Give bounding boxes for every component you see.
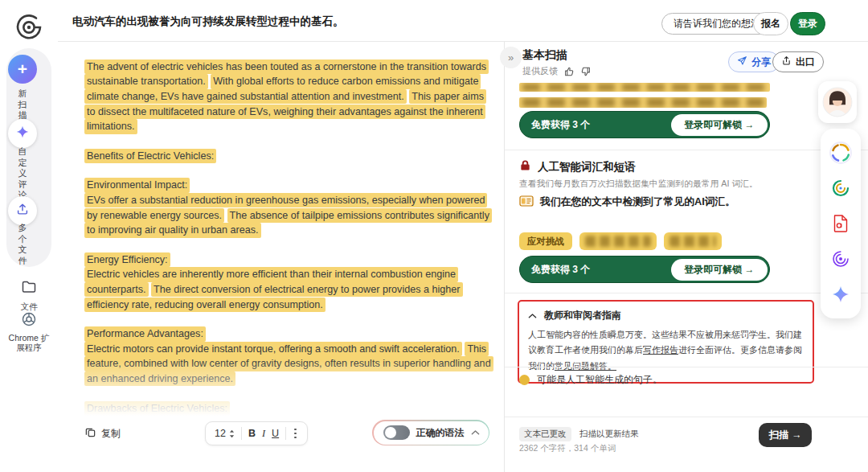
chrome-icon [21,311,37,330]
toolbar-divider [241,427,242,440]
plus-icon: + [18,60,27,79]
sparkle-star-icon[interactable] [829,283,852,306]
banner-offer-label: 免费获得 3 个 [531,263,590,277]
document-title: 电动汽车的出现被誉为向可持续发展转型过程中的基石。 [72,14,344,29]
chevron-up-icon[interactable] [528,310,537,322]
side-tools-panel [821,129,861,318]
yellow-dot-icon [519,375,530,385]
sidebar-item-label: 新扫描 [18,88,28,121]
grammar-toggle[interactable] [383,425,410,440]
blurred-vocab-tag [664,232,722,250]
text-block: Environmental Impact:EVs offer a substan… [84,179,494,238]
scan-results-panel: » 基本扫描 提供反馈 分享 [504,42,868,472]
text-changed-row: 文本已更改 扫描以更新结果 [519,425,638,441]
legend-text: 可能是人工智能生成的句子。 [537,373,662,387]
panel-divider [505,367,868,367]
grammar-control: 正确的语法 [372,420,489,445]
copy-button[interactable]: 复制 [84,426,121,441]
sidebar-item-label: 多个文件 [18,223,28,266]
sidebar-item-label: 自定义评论 [18,146,28,201]
folder-icon [21,279,37,298]
teacher-guide-title: 教师和审阅者指南 [544,309,621,322]
stepper-arrows-icon [229,429,235,438]
sparkle-icon [15,125,30,142]
login-button[interactable]: 登录 [790,12,825,35]
chevron-up-icon[interactable] [471,429,480,436]
export-button[interactable]: 出口 [772,51,824,72]
teacher-guide-box: 教师和审阅者指南 人工智能内容的性质瞬息万变。这些结果不应被用来惩罚学生。我们建… [518,300,814,384]
ai-vocab-subtitle: 查看我们每月数百万次扫描数据集中监测到的最常用 AI 词汇。 [519,179,758,190]
panel-divider [505,150,868,150]
gptzero-logo-icon[interactable] [14,12,44,43]
lock-icon [519,159,531,174]
text-block: The advent of electric vehicles has been… [84,60,494,134]
scan-score-ring-icon[interactable] [829,142,852,164]
left-sidebar: + 新扫描 自定义评论 多个文件 [0,0,58,472]
card-list-icon [519,195,534,209]
ai-sentence-legend: 可能是人工智能生成的句子。 [519,373,662,387]
blurred-result-line [519,83,770,92]
toolbar-divider [285,427,286,440]
panel-divider [505,293,868,293]
detection-row: 我们在您的文本中检测到了常见的AI词汇。 [519,195,735,209]
document-report-icon[interactable] [829,212,852,235]
rescan-hint: 扫描以更新结果 [579,429,639,438]
ai-vocab-title: 人工智能词汇和短语 [538,160,636,174]
footer-divider [505,417,868,417]
sidebar-item-label: 文件 [0,302,58,311]
export-label: 出口 [796,55,815,69]
detection-text: 我们在您的文本中检测到了常见的AI词汇。 [540,195,735,209]
more-options-button[interactable] [293,427,298,441]
custom-review-button[interactable] [8,119,37,148]
italic-button[interactable]: I [262,428,265,440]
new-scan-button[interactable]: + [8,55,37,84]
text-changed-badge: 文本已更改 [519,427,571,441]
text-block: Drawbacks of Electric Vehicles: [84,401,494,417]
sidebar-item-multiple-files[interactable]: 多个文件 [0,223,45,266]
sidebar-item-files[interactable]: 文件 [0,279,58,311]
editor-pane: The advent of electric vehicles has been… [58,42,504,472]
export-icon [781,55,792,68]
faq-link[interactable]: 常见问题解答。 [555,361,616,371]
sidebar-item-new-scan[interactable]: 新扫描 [0,88,45,121]
feedback-row: 提供反馈 [522,65,592,77]
assistant-avatar[interactable] [818,81,857,123]
text-block: Performance Advantages:Electric motors c… [84,326,494,386]
ai-vocab-tags: 应对挑战 [519,232,722,250]
underline-button[interactable]: U [272,428,279,439]
blurred-result-line [519,97,767,108]
vocab-tag: 应对挑战 [519,232,572,250]
font-size-stepper[interactable]: 12 [215,428,235,439]
copy-icon [84,426,96,441]
bold-button[interactable]: B [248,428,256,439]
sidebar-item-custom-review[interactable]: 自定义评论 [0,146,45,201]
panel-title: 基本扫描 [522,48,567,63]
login-unlock-button[interactable]: 登录即可解锁 → [671,259,767,281]
format-toolbar: 12 B I U [205,421,308,445]
share-label: 分享 [751,55,771,69]
paper-plane-icon [737,55,747,68]
upload-files-button[interactable] [8,196,37,225]
text-block: Energy Efficiency:Electric vehicles are … [84,252,494,312]
ai-vocab-header: 人工智能词汇和短语 [519,159,636,174]
upload-icon [15,202,30,220]
login-unlock-button[interactable]: 登录即可解锁 → [671,114,767,136]
thumbs-up-icon[interactable] [563,66,575,77]
unlock-banner[interactable]: 免费获得 3 个 登录即可解锁 → [519,256,770,283]
grammar-label: 正确的语法 [416,426,465,440]
blurred-vocab-tag [579,232,657,250]
spiral-icon[interactable] [829,248,852,270]
avatar-icon [822,87,853,117]
writing-report-link[interactable]: 写作报告 [643,345,678,355]
signup-button[interactable]: 报名 [753,12,788,35]
text-block: Benefits of Electric Vehicles: [84,149,494,164]
thumbs-down-icon[interactable] [580,66,592,77]
copy-label: 复制 [101,427,121,441]
scan-button[interactable]: 扫描 → [759,423,812,447]
collapse-panel-button[interactable]: » [500,47,522,68]
font-size-value: 12 [215,428,226,439]
scan-swirl-icon[interactable] [829,177,852,199]
sidebar-item-chrome-extension[interactable]: Chrome 扩展程序 [0,311,58,352]
unlock-banner[interactable]: 免费获得 3 个 登录即可解锁 → [519,111,770,138]
editor-text[interactable]: The advent of electric vehicles has been… [84,60,494,425]
